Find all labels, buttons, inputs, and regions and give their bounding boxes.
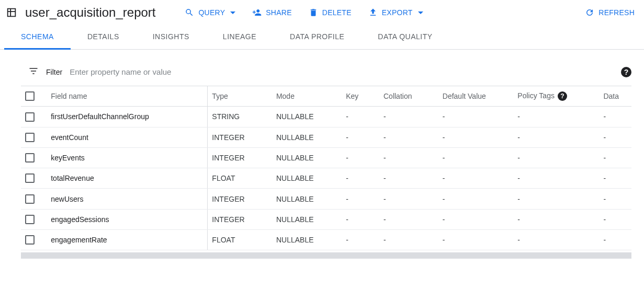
cell-default: - [438,107,514,127]
select-all-checkbox[interactable] [25,91,35,101]
dropdown-caret-icon [418,11,423,14]
col-header-type[interactable]: Type [208,86,272,107]
cell-field-name: engagedSessions [47,209,208,229]
cell-key: - [342,168,379,189]
col-header-collation[interactable]: Collation [379,86,438,107]
filter-label: Filter [46,68,62,76]
cell-collation: - [379,209,438,229]
cell-type: INTEGER [208,209,272,229]
tab-data-profile[interactable]: DATA PROFILE [273,25,361,50]
table-row: newUsersINTEGERNULLABLE----- [21,189,631,209]
cell-type: FLOAT [208,168,272,189]
upload-icon [368,8,378,17]
refresh-button[interactable]: Refresh [584,6,636,19]
help-icon[interactable]: ? [558,91,567,101]
cell-mode: NULLABLE [272,168,342,189]
cell-policy-tags: - [513,107,599,127]
col-header-data[interactable]: Data [599,86,631,107]
policy-tags-label: Policy Tags [517,91,555,100]
row-checkbox[interactable] [25,235,35,245]
cell-data: - [599,230,631,250]
cell-key: - [342,189,379,209]
tab-schema[interactable]: SCHEMA [4,25,71,50]
table-icon [5,6,18,19]
col-header-mode[interactable]: Mode [272,86,342,107]
tab-insights[interactable]: INSIGHTS [136,25,206,50]
filter-icon [28,66,39,78]
page-title: user_acquisition_report [25,5,155,20]
filter-input[interactable] [70,65,614,78]
person-add-icon [252,8,262,17]
trash-icon [309,8,318,17]
search-icon [185,8,194,17]
share-label: Share [266,8,291,17]
table-row: firstUserDefaultChannelGroupSTRINGNULLAB… [21,107,631,127]
cell-policy-tags: - [513,147,599,168]
delete-button[interactable]: Delete [308,6,353,19]
cell-collation: - [379,230,438,250]
cell-data: - [599,209,631,229]
cell-type: INTEGER [208,147,272,168]
cell-data: - [599,189,631,209]
cell-mode: NULLABLE [272,209,342,229]
cell-data: - [599,107,631,127]
row-checkbox[interactable] [25,112,35,122]
row-checkbox[interactable] [25,215,35,224]
refresh-icon [585,8,594,17]
page-header: user_acquisition_report Query Share Dele… [0,0,644,25]
cell-collation: - [379,189,438,209]
cell-default: - [438,127,514,147]
schema-content: Filter ? Field name Type Mode Key Collat… [0,50,644,259]
cell-mode: NULLABLE [272,189,342,209]
cell-type: INTEGER [208,189,272,209]
refresh-label: Refresh [598,8,635,17]
cell-default: - [438,209,514,229]
cell-field-name: keyEvents [47,147,208,168]
cell-type: FLOAT [208,230,272,250]
table-header-row: Field name Type Mode Key Collation Defau… [21,86,631,107]
cell-collation: - [379,147,438,168]
cell-mode: NULLABLE [272,230,342,250]
table-row: engagedSessionsINTEGERNULLABLE----- [21,209,631,229]
cell-key: - [342,230,379,250]
row-checkbox[interactable] [25,173,35,183]
col-header-default[interactable]: Default Value [438,86,514,107]
horizontal-scrollbar[interactable] [21,252,631,259]
dropdown-caret-icon [230,11,235,14]
table-row: engagementRateFLOATNULLABLE----- [21,230,631,250]
query-button[interactable]: Query [184,6,236,19]
cell-mode: NULLABLE [272,147,342,168]
cell-default: - [438,189,514,209]
row-checkbox[interactable] [25,194,35,204]
cell-policy-tags: - [513,230,599,250]
cell-type: STRING [208,107,272,127]
delete-label: Delete [322,8,352,17]
tabs: SCHEMADETAILSINSIGHTSLINEAGEDATA PROFILE… [0,25,644,50]
export-button[interactable]: Export [367,6,424,19]
cell-key: - [342,127,379,147]
col-header-key[interactable]: Key [342,86,379,107]
row-checkbox[interactable] [25,153,35,163]
cell-field-name: newUsers [47,189,208,209]
cell-default: - [438,168,514,189]
col-header-policy-tags[interactable]: Policy Tags? [513,86,599,107]
tab-details[interactable]: DETAILS [71,25,136,50]
filter-row: Filter ? [21,62,631,86]
cell-policy-tags: - [513,189,599,209]
cell-field-name: engagementRate [47,230,208,250]
cell-mode: NULLABLE [272,127,342,147]
row-checkbox[interactable] [25,133,35,142]
col-header-field-name[interactable]: Field name [47,86,208,107]
tab-data-quality[interactable]: DATA QUALITY [361,25,449,50]
share-button[interactable]: Share [251,6,292,19]
cell-data: - [599,127,631,147]
table-row: totalRevenueFLOATNULLABLE----- [21,168,631,189]
tab-lineage[interactable]: LINEAGE [206,25,273,50]
help-icon[interactable]: ? [621,67,631,77]
cell-type: INTEGER [208,127,272,147]
query-label: Query [198,8,225,17]
cell-field-name: firstUserDefaultChannelGroup [47,107,208,127]
cell-field-name: totalRevenue [47,168,208,189]
export-label: Export [382,8,413,17]
cell-default: - [438,230,514,250]
